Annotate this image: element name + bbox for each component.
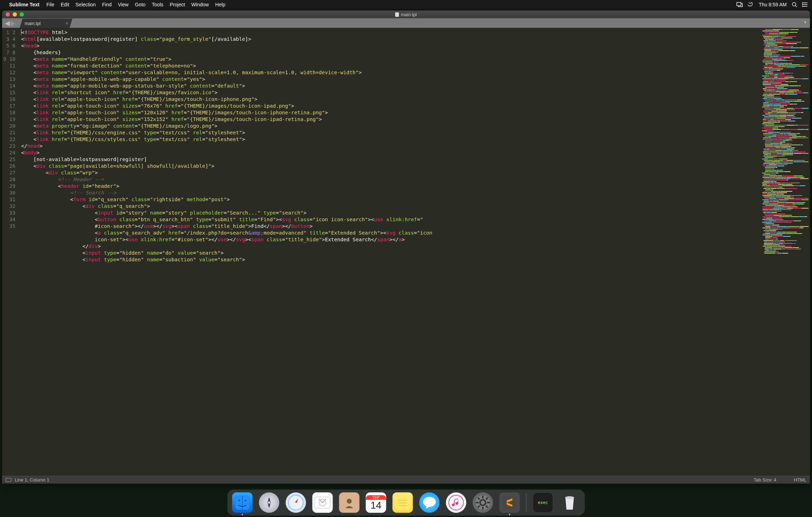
status-bar: Line 1, Column 1 Tab Size: 4 HTML: [2, 476, 810, 484]
dock-mail[interactable]: [312, 492, 333, 513]
menu-find[interactable]: Find: [102, 2, 111, 7]
menu-selection[interactable]: Selection: [76, 2, 96, 7]
nav-back-icon[interactable]: ◀: [5, 20, 10, 26]
svg-line-2: [795, 6, 797, 7]
dock-contacts[interactable]: [339, 492, 360, 513]
status-syntax[interactable]: HTML: [794, 477, 806, 483]
dock-terminal[interactable]: exec: [533, 492, 553, 513]
spotlight-icon[interactable]: [792, 2, 797, 7]
menu-view[interactable]: View: [118, 2, 129, 7]
tab-dropdown-icon[interactable]: ▼: [803, 20, 807, 24]
dock-itunes[interactable]: [446, 492, 466, 513]
line-gutter: 1 2 3 4 5 6 7 8 9 10 11 12 13 14 15 16 1…: [2, 28, 18, 476]
tab-main[interactable]: main.tpl ×: [20, 19, 72, 28]
svg-point-8: [802, 6, 803, 7]
file-icon: [395, 12, 399, 17]
svg-rect-21: [395, 495, 410, 510]
calendar-month: SEP: [366, 495, 386, 500]
dock: SEP 14 exec: [227, 490, 585, 516]
dock-safari[interactable]: [286, 492, 306, 513]
dock-messages[interactable]: [419, 492, 440, 513]
status-tabsize[interactable]: Tab Size: 4: [754, 477, 776, 483]
menubar-clock[interactable]: Thu 8:59 AM: [759, 2, 787, 7]
svg-point-6: [802, 2, 803, 3]
dock-finder[interactable]: [232, 492, 253, 513]
menu-help[interactable]: Help: [215, 2, 225, 7]
svg-point-1: [792, 2, 796, 6]
editor[interactable]: 1 2 3 4 5 6 7 8 9 10 11 12 13 14 15 16 1…: [2, 28, 810, 476]
svg-point-10: [239, 500, 240, 501]
calendar-day: 14: [370, 500, 381, 510]
svg-point-13: [268, 501, 271, 504]
dock-trash[interactable]: [560, 492, 580, 513]
dock-calendar[interactable]: SEP 14: [366, 492, 386, 513]
window-title: main.tpl: [2, 12, 810, 17]
dock-sublime-text[interactable]: [500, 492, 520, 513]
minimap[interactable]: [761, 28, 810, 476]
svg-point-39: [565, 496, 574, 499]
code-area[interactable]: <!DOCTYPE html><html[available=lostpassw…: [18, 28, 761, 476]
tab-close-icon[interactable]: ×: [65, 21, 68, 26]
screen-share-icon[interactable]: [736, 2, 743, 7]
window-title-text: main.tpl: [401, 12, 417, 17]
dock-system-preferences[interactable]: [473, 492, 493, 513]
dock-launchpad[interactable]: [259, 492, 279, 513]
sublime-window: main.tpl ◀ ▶ main.tpl × ▼ 1 2 3 4 5 6 7 …: [2, 11, 810, 484]
tab-label: main.tpl: [25, 21, 41, 26]
svg-point-25: [423, 497, 436, 507]
svg-rect-0: [737, 2, 741, 6]
menu-project[interactable]: Project: [170, 2, 185, 7]
svg-point-7: [802, 4, 803, 5]
svg-rect-38: [503, 496, 517, 510]
window-titlebar[interactable]: main.tpl: [2, 11, 810, 18]
menu-window[interactable]: Window: [191, 2, 209, 7]
tab-bar: ◀ ▶ main.tpl × ▼: [2, 18, 810, 28]
svg-point-20: [347, 499, 352, 504]
menu-tools[interactable]: Tools: [152, 2, 163, 7]
script-icon[interactable]: [748, 2, 753, 7]
dock-notes[interactable]: [393, 492, 413, 513]
status-cursor[interactable]: Line 1, Column 1: [15, 477, 49, 483]
panel-switcher-icon[interactable]: [6, 478, 11, 482]
macos-menubar: Sublime Text File Edit Selection Find Vi…: [0, 0, 812, 9]
nav-forward-icon[interactable]: ▶: [11, 20, 15, 26]
menu-goto[interactable]: Goto: [135, 2, 146, 7]
menubar-app-name[interactable]: Sublime Text: [9, 2, 39, 7]
menu-file[interactable]: File: [46, 2, 54, 7]
svg-point-11: [245, 500, 246, 501]
dock-separator: [526, 493, 527, 512]
notification-center-icon[interactable]: [802, 2, 808, 7]
terminal-label: exec: [538, 500, 548, 505]
menu-edit[interactable]: Edit: [61, 2, 69, 7]
